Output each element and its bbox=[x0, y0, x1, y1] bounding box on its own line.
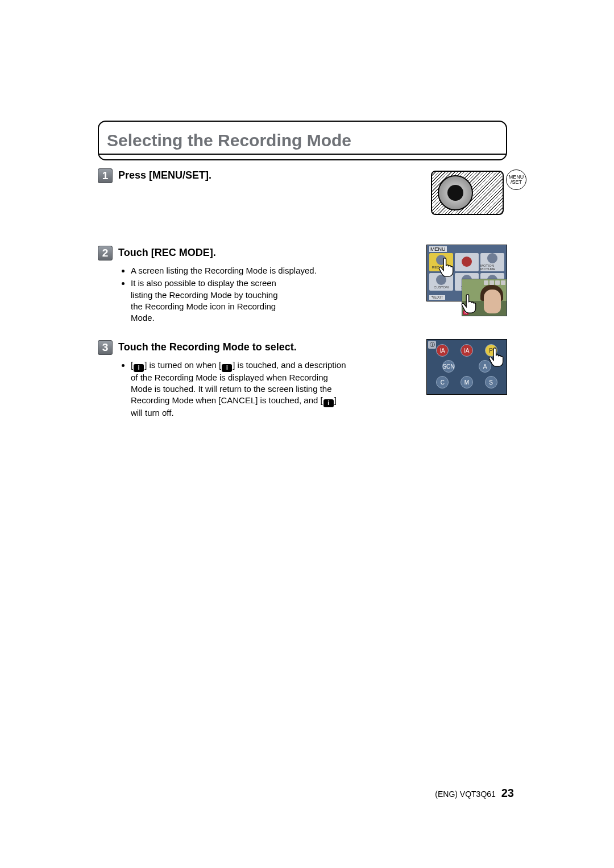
mode-chip-scn: SCN bbox=[442, 360, 455, 373]
page-footer: (ENG) VQT3Q61 23 bbox=[435, 787, 514, 800]
steps-container: 1 Press [MENU/SET]. MENU /SET 2 Touch [R… bbox=[98, 168, 507, 419]
menu-item-rec-mode: REC MODE bbox=[429, 253, 453, 271]
step-number-badge: 3 bbox=[98, 340, 113, 355]
step-3-bullet: [i] is turned on when [i] is touched, an… bbox=[131, 359, 348, 419]
menu-item-custom: CUSTOM bbox=[429, 273, 453, 291]
mode-chip-c: C bbox=[436, 376, 449, 388]
mode-chip-m: M bbox=[460, 376, 473, 388]
info-icon: i bbox=[323, 399, 334, 407]
info-icon: i bbox=[134, 364, 144, 372]
manual-page: Selecting the Recording Mode 1 Press [ME… bbox=[98, 121, 507, 433]
step-3: 3 Touch the Recording Mode to select. [i… bbox=[98, 340, 507, 419]
menu-set-callout: MENU /SET bbox=[506, 170, 526, 190]
step-1: 1 Press [MENU/SET]. MENU /SET bbox=[98, 168, 507, 231]
step-3-body: [i] is turned on when [i] is touched, an… bbox=[121, 359, 348, 419]
title-frame: Selecting the Recording Mode bbox=[98, 121, 507, 160]
step-2-title: Touch [REC MODE]. bbox=[118, 246, 216, 259]
mode-chip-ia: iA bbox=[436, 344, 449, 357]
page-number: 23 bbox=[501, 787, 514, 799]
rec-badge: R bbox=[463, 311, 468, 315]
menu-header-label: MENU bbox=[429, 246, 447, 252]
menu-exit-label: ↰EXIT bbox=[429, 295, 445, 300]
mode-chip-ia2: iA bbox=[460, 344, 473, 357]
menu-item-rec bbox=[455, 253, 479, 271]
camera-illustration: MENU /SET bbox=[428, 167, 507, 218]
live-preview-illustration: R bbox=[462, 279, 507, 316]
section-title: Selecting the Recording Mode bbox=[99, 131, 506, 155]
step-1-title: Press [MENU/SET]. bbox=[118, 168, 211, 181]
mode-chip-s: S bbox=[485, 376, 497, 388]
step-number-badge: 1 bbox=[98, 168, 113, 183]
step-number-badge: 2 bbox=[98, 246, 113, 261]
step-3-title: Touch the Recording Mode to select. bbox=[118, 340, 297, 353]
mode-chip-p: P bbox=[485, 344, 497, 357]
mode-chip-a: A bbox=[479, 360, 491, 373]
mode-select-illustration: ⓘ iA iA P SCN A C M S bbox=[426, 339, 507, 395]
manual-code: (ENG) VQT3Q61 bbox=[435, 790, 496, 799]
info-icon: i bbox=[222, 364, 232, 372]
step-2: 2 Touch [REC MODE]. A screen listing the… bbox=[98, 246, 507, 325]
step-2-bullet-2: It is also possible to display the scree… bbox=[131, 278, 290, 324]
menu-item-motion: MOTION PICTURE bbox=[480, 253, 504, 271]
